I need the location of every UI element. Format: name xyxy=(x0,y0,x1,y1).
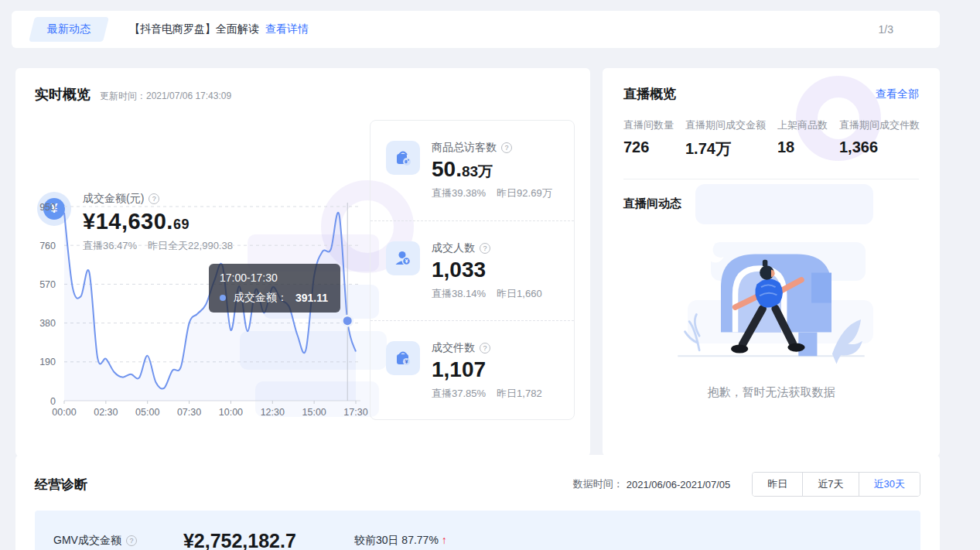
empty-state-illustration xyxy=(671,227,872,373)
data-time-range: 2021/06/06-2021/07/05 xyxy=(627,479,730,490)
gmv-diagnosis-value: ¥2,752,182.7 xyxy=(183,530,296,550)
stat-block-items: ¥ 成交件数 ? 1,107 直播37.85%昨日1,782 xyxy=(370,320,574,420)
gmv-diagnosis-strip: GMV成交金额 ? ¥2,752,182.7 较前30日 87.77%↑ xyxy=(35,511,920,550)
stat-value: 1,033 xyxy=(432,258,542,282)
svg-text:05:00: 05:00 xyxy=(135,407,159,418)
range-button-yesterday[interactable]: 昨日 xyxy=(753,473,802,496)
news-pager: 1/3 xyxy=(879,23,893,36)
chart-tooltip: 17:00-17:30 成交金额： 391.11 xyxy=(209,264,340,313)
person-yuan-icon: ¥ xyxy=(386,241,420,275)
svg-text:760: 760 xyxy=(39,241,56,251)
svg-text:12:30: 12:30 xyxy=(261,407,285,418)
live-stat: 上架商品数 18 xyxy=(777,118,828,159)
svg-text:190: 190 xyxy=(39,357,56,367)
help-icon[interactable]: ? xyxy=(480,343,490,354)
stat-label: 成交人数 xyxy=(432,241,475,255)
diagnosis-card: 经营诊断 数据时间： 2021/06/06-2021/07/05 昨日 近7天 … xyxy=(15,455,940,550)
news-message: 【抖音电商罗盘】全面解读 xyxy=(129,22,259,36)
realtime-stats-box: 商品总访客数 ? 50.83万 直播39.38%昨日92.69万 ¥ xyxy=(370,120,575,420)
svg-text:950: 950 xyxy=(39,202,56,213)
svg-text:07:30: 07:30 xyxy=(177,407,201,418)
svg-text:570: 570 xyxy=(39,279,56,290)
live-overview-card: 直播概览 查看全部 直播间数量 726 直播期间成交金额 1.74万 上架商品数… xyxy=(603,68,940,456)
bag-visitor-icon xyxy=(386,141,420,175)
gmv-diagnosis-label: GMV成交金额 xyxy=(53,534,121,548)
tooltip-value: 391.11 xyxy=(295,292,328,304)
live-dynamics-title: 直播间动态 xyxy=(623,196,681,211)
stat-subinfo: 直播39.38%昨日92.69万 xyxy=(432,186,552,200)
diagnosis-title: 经营诊断 xyxy=(35,476,87,494)
stat-label: 商品总访客数 xyxy=(432,141,497,155)
news-banner: 最新动态 【抖音电商罗盘】全面解读 查看详情 1/3 xyxy=(12,11,940,48)
realtime-title: 实时概览 xyxy=(35,85,90,104)
help-icon[interactable]: ? xyxy=(480,243,490,254)
live-overview-title: 直播概览 xyxy=(623,85,676,103)
stat-subinfo: 直播38.14%昨日1,660 xyxy=(432,287,542,301)
gmv-compare: 较前30日 87.77%↑ xyxy=(354,534,447,548)
empty-state-text: 抱歉，暂时无法获取数据 xyxy=(603,385,940,400)
live-stats-row: 直播间数量 726 直播期间成交金额 1.74万 上架商品数 18 直播期间成交… xyxy=(603,103,940,159)
date-range-selector: 昨日 近7天 近30天 xyxy=(752,472,920,497)
live-stat: 直播期间成交件数 1,366 xyxy=(839,118,920,159)
range-button-30days[interactable]: 近30天 xyxy=(859,473,920,496)
update-time: 更新时间：2021/07/06 17:43:09 xyxy=(100,90,231,103)
help-icon[interactable]: ? xyxy=(501,142,512,153)
stat-label: 成交件数 xyxy=(432,341,475,355)
tooltip-series-label: 成交金额： xyxy=(234,291,288,305)
svg-text:02:30: 02:30 xyxy=(94,407,118,418)
trend-chart[interactable]: 019038057076095000:0002:3005:0007:3010:0… xyxy=(25,192,377,424)
svg-text:0: 0 xyxy=(50,396,56,407)
live-stat: 直播期间成交金额 1.74万 xyxy=(685,118,766,159)
news-tag: 最新动态 xyxy=(32,17,106,42)
tooltip-series-dot xyxy=(220,295,226,301)
range-button-7days[interactable]: 近7天 xyxy=(802,473,858,496)
svg-text:380: 380 xyxy=(39,318,56,329)
stat-value: 1,107 xyxy=(432,357,542,382)
svg-text:15:00: 15:00 xyxy=(302,407,326,418)
up-arrow-icon: ↑ xyxy=(442,534,447,546)
help-icon[interactable]: ? xyxy=(126,535,137,546)
news-detail-link[interactable]: 查看详情 xyxy=(265,22,309,36)
watermark-block xyxy=(695,184,873,224)
svg-text:10:00: 10:00 xyxy=(219,407,243,418)
news-tag-label: 最新动态 xyxy=(47,22,90,35)
realtime-overview-card: 实时概览 更新时间：2021/07/06 17:43:09 ¥ 成交金额(元) … xyxy=(15,68,590,456)
svg-text:17:30: 17:30 xyxy=(343,407,367,418)
stat-subinfo: 直播37.85%昨日1,782 xyxy=(432,387,542,401)
divider xyxy=(623,179,919,179)
view-all-link[interactable]: 查看全部 xyxy=(876,87,919,101)
live-stat: 直播间数量 726 xyxy=(623,118,674,159)
data-time-label: 数据时间： xyxy=(573,477,623,491)
svg-text:00:00: 00:00 xyxy=(52,407,76,418)
stat-value: 50.83万 xyxy=(432,157,552,182)
tooltip-time: 17:00-17:30 xyxy=(220,272,330,284)
bag-yuan-icon: ¥ xyxy=(386,341,420,375)
stat-block-visitors: 商品总访客数 ? 50.83万 直播39.38%昨日92.69万 xyxy=(370,121,574,220)
stat-block-buyers: ¥ 成交人数 ? 1,033 直播38.14%昨日1,660 xyxy=(370,220,574,320)
